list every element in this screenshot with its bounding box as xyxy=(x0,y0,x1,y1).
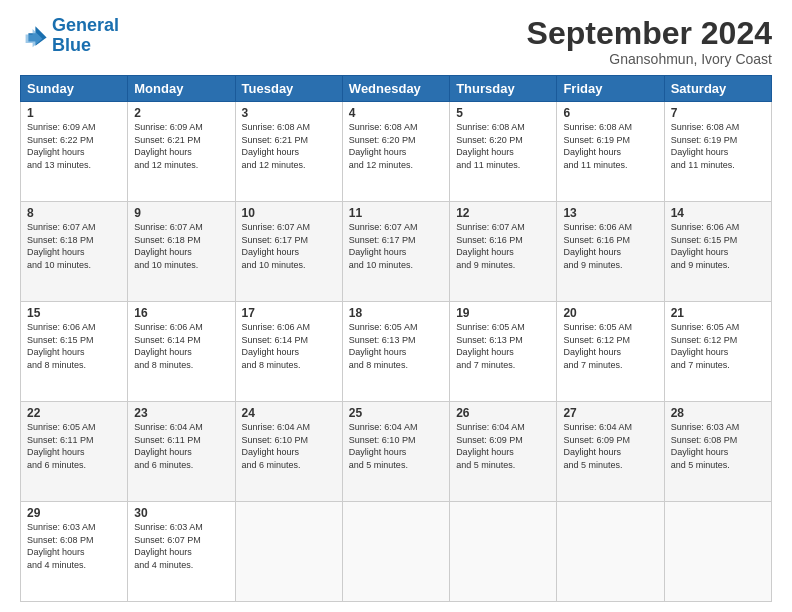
day-number: 18 xyxy=(349,306,443,320)
day-info: Sunrise: 6:06 AMSunset: 6:15 PMDaylight … xyxy=(671,221,765,271)
day-info: Sunrise: 6:04 AMSunset: 6:10 PMDaylight … xyxy=(349,421,443,471)
table-row: 8Sunrise: 6:07 AMSunset: 6:18 PMDaylight… xyxy=(21,202,128,302)
day-number: 28 xyxy=(671,406,765,420)
logo-text-line1: General xyxy=(52,16,119,36)
location: Gnansohmun, Ivory Coast xyxy=(527,51,772,67)
table-row: 10Sunrise: 6:07 AMSunset: 6:17 PMDayligh… xyxy=(235,202,342,302)
table-row: 17Sunrise: 6:06 AMSunset: 6:14 PMDayligh… xyxy=(235,302,342,402)
day-info: Sunrise: 6:04 AMSunset: 6:09 PMDaylight … xyxy=(456,421,550,471)
day-number: 12 xyxy=(456,206,550,220)
table-row: 20Sunrise: 6:05 AMSunset: 6:12 PMDayligh… xyxy=(557,302,664,402)
day-number: 8 xyxy=(27,206,121,220)
col-wednesday: Wednesday xyxy=(342,76,449,102)
table-row: 21Sunrise: 6:05 AMSunset: 6:12 PMDayligh… xyxy=(664,302,771,402)
day-number: 1 xyxy=(27,106,121,120)
title-block: September 2024 Gnansohmun, Ivory Coast xyxy=(527,16,772,67)
day-number: 14 xyxy=(671,206,765,220)
day-info: Sunrise: 6:09 AMSunset: 6:22 PMDaylight … xyxy=(27,121,121,171)
table-row: 5Sunrise: 6:08 AMSunset: 6:20 PMDaylight… xyxy=(450,102,557,202)
table-row: 18Sunrise: 6:05 AMSunset: 6:13 PMDayligh… xyxy=(342,302,449,402)
day-info: Sunrise: 6:05 AMSunset: 6:13 PMDaylight … xyxy=(456,321,550,371)
day-info: Sunrise: 6:04 AMSunset: 6:09 PMDaylight … xyxy=(563,421,657,471)
calendar-week-row: 22Sunrise: 6:05 AMSunset: 6:11 PMDayligh… xyxy=(21,402,772,502)
day-info: Sunrise: 6:06 AMSunset: 6:14 PMDaylight … xyxy=(134,321,228,371)
col-tuesday: Tuesday xyxy=(235,76,342,102)
month-title: September 2024 xyxy=(527,16,772,51)
day-number: 9 xyxy=(134,206,228,220)
day-number: 26 xyxy=(456,406,550,420)
table-row xyxy=(557,502,664,602)
day-number: 10 xyxy=(242,206,336,220)
day-info: Sunrise: 6:05 AMSunset: 6:11 PMDaylight … xyxy=(27,421,121,471)
day-info: Sunrise: 6:09 AMSunset: 6:21 PMDaylight … xyxy=(134,121,228,171)
day-info: Sunrise: 6:08 AMSunset: 6:20 PMDaylight … xyxy=(456,121,550,171)
day-number: 6 xyxy=(563,106,657,120)
table-row xyxy=(450,502,557,602)
day-info: Sunrise: 6:04 AMSunset: 6:10 PMDaylight … xyxy=(242,421,336,471)
table-row: 28Sunrise: 6:03 AMSunset: 6:08 PMDayligh… xyxy=(664,402,771,502)
day-number: 17 xyxy=(242,306,336,320)
table-row: 23Sunrise: 6:04 AMSunset: 6:11 PMDayligh… xyxy=(128,402,235,502)
logo-icon xyxy=(20,22,48,50)
col-thursday: Thursday xyxy=(450,76,557,102)
table-row: 16Sunrise: 6:06 AMSunset: 6:14 PMDayligh… xyxy=(128,302,235,402)
day-number: 21 xyxy=(671,306,765,320)
table-row: 2Sunrise: 6:09 AMSunset: 6:21 PMDaylight… xyxy=(128,102,235,202)
calendar-week-row: 15Sunrise: 6:06 AMSunset: 6:15 PMDayligh… xyxy=(21,302,772,402)
calendar-page: General Blue September 2024 Gnansohmun, … xyxy=(0,0,792,612)
table-row: 27Sunrise: 6:04 AMSunset: 6:09 PMDayligh… xyxy=(557,402,664,502)
day-number: 29 xyxy=(27,506,121,520)
day-number: 7 xyxy=(671,106,765,120)
day-info: Sunrise: 6:06 AMSunset: 6:15 PMDaylight … xyxy=(27,321,121,371)
header: General Blue September 2024 Gnansohmun, … xyxy=(20,16,772,67)
table-row: 25Sunrise: 6:04 AMSunset: 6:10 PMDayligh… xyxy=(342,402,449,502)
day-info: Sunrise: 6:07 AMSunset: 6:17 PMDaylight … xyxy=(242,221,336,271)
day-info: Sunrise: 6:04 AMSunset: 6:11 PMDaylight … xyxy=(134,421,228,471)
day-info: Sunrise: 6:05 AMSunset: 6:12 PMDaylight … xyxy=(671,321,765,371)
table-row: 9Sunrise: 6:07 AMSunset: 6:18 PMDaylight… xyxy=(128,202,235,302)
table-row: 19Sunrise: 6:05 AMSunset: 6:13 PMDayligh… xyxy=(450,302,557,402)
day-info: Sunrise: 6:08 AMSunset: 6:19 PMDaylight … xyxy=(671,121,765,171)
day-number: 5 xyxy=(456,106,550,120)
day-info: Sunrise: 6:07 AMSunset: 6:18 PMDaylight … xyxy=(134,221,228,271)
col-monday: Monday xyxy=(128,76,235,102)
day-info: Sunrise: 6:06 AMSunset: 6:14 PMDaylight … xyxy=(242,321,336,371)
day-number: 23 xyxy=(134,406,228,420)
day-info: Sunrise: 6:03 AMSunset: 6:08 PMDaylight … xyxy=(671,421,765,471)
table-row xyxy=(664,502,771,602)
table-row: 13Sunrise: 6:06 AMSunset: 6:16 PMDayligh… xyxy=(557,202,664,302)
table-row: 30Sunrise: 6:03 AMSunset: 6:07 PMDayligh… xyxy=(128,502,235,602)
day-number: 25 xyxy=(349,406,443,420)
table-row: 1Sunrise: 6:09 AMSunset: 6:22 PMDaylight… xyxy=(21,102,128,202)
table-row: 29Sunrise: 6:03 AMSunset: 6:08 PMDayligh… xyxy=(21,502,128,602)
logo-text-line2: Blue xyxy=(52,36,119,56)
table-row xyxy=(235,502,342,602)
table-row: 15Sunrise: 6:06 AMSunset: 6:15 PMDayligh… xyxy=(21,302,128,402)
table-row xyxy=(342,502,449,602)
day-info: Sunrise: 6:03 AMSunset: 6:07 PMDaylight … xyxy=(134,521,228,571)
table-row: 7Sunrise: 6:08 AMSunset: 6:19 PMDaylight… xyxy=(664,102,771,202)
day-info: Sunrise: 6:05 AMSunset: 6:13 PMDaylight … xyxy=(349,321,443,371)
calendar-body: 1Sunrise: 6:09 AMSunset: 6:22 PMDaylight… xyxy=(21,102,772,602)
calendar-week-row: 29Sunrise: 6:03 AMSunset: 6:08 PMDayligh… xyxy=(21,502,772,602)
logo: General Blue xyxy=(20,16,119,56)
day-number: 20 xyxy=(563,306,657,320)
day-info: Sunrise: 6:08 AMSunset: 6:21 PMDaylight … xyxy=(242,121,336,171)
day-info: Sunrise: 6:03 AMSunset: 6:08 PMDaylight … xyxy=(27,521,121,571)
calendar-week-row: 8Sunrise: 6:07 AMSunset: 6:18 PMDaylight… xyxy=(21,202,772,302)
day-number: 16 xyxy=(134,306,228,320)
day-number: 13 xyxy=(563,206,657,220)
day-info: Sunrise: 6:05 AMSunset: 6:12 PMDaylight … xyxy=(563,321,657,371)
table-row: 24Sunrise: 6:04 AMSunset: 6:10 PMDayligh… xyxy=(235,402,342,502)
table-row: 22Sunrise: 6:05 AMSunset: 6:11 PMDayligh… xyxy=(21,402,128,502)
table-row: 12Sunrise: 6:07 AMSunset: 6:16 PMDayligh… xyxy=(450,202,557,302)
day-number: 15 xyxy=(27,306,121,320)
day-number: 22 xyxy=(27,406,121,420)
col-saturday: Saturday xyxy=(664,76,771,102)
day-number: 3 xyxy=(242,106,336,120)
table-row: 26Sunrise: 6:04 AMSunset: 6:09 PMDayligh… xyxy=(450,402,557,502)
day-number: 30 xyxy=(134,506,228,520)
day-number: 19 xyxy=(456,306,550,320)
day-number: 4 xyxy=(349,106,443,120)
day-info: Sunrise: 6:07 AMSunset: 6:17 PMDaylight … xyxy=(349,221,443,271)
